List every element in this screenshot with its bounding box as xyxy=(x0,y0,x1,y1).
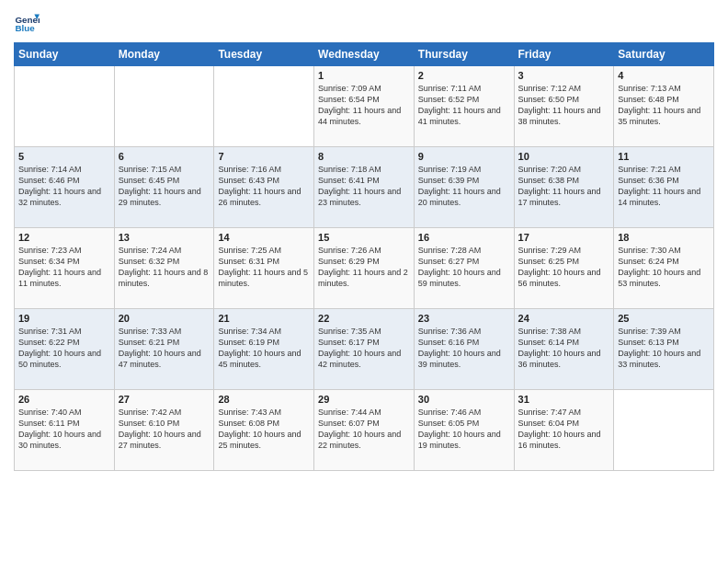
day-number: 23 xyxy=(418,313,510,324)
day-number: 15 xyxy=(318,232,410,243)
day-number: 17 xyxy=(518,232,610,243)
day-info: Sunrise: 7:28 AM Sunset: 6:27 PM Dayligh… xyxy=(418,245,510,290)
day-number: 13 xyxy=(119,232,210,243)
day-info: Sunrise: 7:39 AM Sunset: 6:13 PM Dayligh… xyxy=(618,326,710,371)
day-info: Sunrise: 7:43 AM Sunset: 6:08 PM Dayligh… xyxy=(218,407,310,452)
day-info: Sunrise: 7:12 AM Sunset: 6:50 PM Dayligh… xyxy=(518,83,610,128)
day-info: Sunrise: 7:14 AM Sunset: 6:46 PM Dayligh… xyxy=(18,164,110,209)
day-number: 27 xyxy=(119,394,210,405)
header-cell-friday: Friday xyxy=(514,43,614,66)
calendar-cell: 14Sunrise: 7:25 AM Sunset: 6:31 PM Dayli… xyxy=(214,228,314,309)
day-number: 16 xyxy=(418,232,510,243)
calendar-cell: 23Sunrise: 7:36 AM Sunset: 6:16 PM Dayli… xyxy=(414,309,514,390)
logo: General Blue xyxy=(14,9,43,35)
day-number: 28 xyxy=(218,394,310,405)
day-number: 3 xyxy=(518,70,610,81)
day-info: Sunrise: 7:47 AM Sunset: 6:04 PM Dayligh… xyxy=(518,407,610,452)
calendar-cell: 2Sunrise: 7:11 AM Sunset: 6:52 PM Daylig… xyxy=(414,66,514,147)
day-info: Sunrise: 7:34 AM Sunset: 6:19 PM Dayligh… xyxy=(218,326,310,371)
week-row: 12Sunrise: 7:23 AM Sunset: 6:34 PM Dayli… xyxy=(15,228,714,309)
calendar-cell: 16Sunrise: 7:28 AM Sunset: 6:27 PM Dayli… xyxy=(414,228,514,309)
header-cell-tuesday: Tuesday xyxy=(214,43,314,66)
calendar-cell: 29Sunrise: 7:44 AM Sunset: 6:07 PM Dayli… xyxy=(314,390,415,471)
day-info: Sunrise: 7:09 AM Sunset: 6:54 PM Dayligh… xyxy=(318,83,410,128)
day-info: Sunrise: 7:15 AM Sunset: 6:45 PM Dayligh… xyxy=(119,164,210,209)
day-info: Sunrise: 7:35 AM Sunset: 6:17 PM Dayligh… xyxy=(318,326,410,371)
header-cell-sunday: Sunday xyxy=(15,43,115,66)
day-number: 20 xyxy=(119,313,210,324)
header-cell-monday: Monday xyxy=(114,43,214,66)
day-number: 2 xyxy=(418,70,510,81)
week-row: 26Sunrise: 7:40 AM Sunset: 6:11 PM Dayli… xyxy=(15,390,714,471)
header-cell-saturday: Saturday xyxy=(614,43,714,66)
calendar-cell: 11Sunrise: 7:21 AM Sunset: 6:36 PM Dayli… xyxy=(614,147,714,228)
calendar-cell xyxy=(214,66,314,147)
calendar-cell: 26Sunrise: 7:40 AM Sunset: 6:11 PM Dayli… xyxy=(15,390,115,471)
day-info: Sunrise: 7:42 AM Sunset: 6:10 PM Dayligh… xyxy=(119,407,210,452)
logo-icon: General Blue xyxy=(14,9,40,35)
calendar-cell: 1Sunrise: 7:09 AM Sunset: 6:54 PM Daylig… xyxy=(314,66,415,147)
calendar-cell: 31Sunrise: 7:47 AM Sunset: 6:04 PM Dayli… xyxy=(514,390,614,471)
day-number: 24 xyxy=(518,313,610,324)
day-number: 12 xyxy=(18,232,110,243)
day-info: Sunrise: 7:40 AM Sunset: 6:11 PM Dayligh… xyxy=(18,407,110,452)
day-number: 8 xyxy=(318,151,410,162)
week-row: 1Sunrise: 7:09 AM Sunset: 6:54 PM Daylig… xyxy=(15,66,714,147)
calendar-body: 1Sunrise: 7:09 AM Sunset: 6:54 PM Daylig… xyxy=(15,66,714,471)
day-number: 25 xyxy=(618,313,710,324)
calendar-cell: 3Sunrise: 7:12 AM Sunset: 6:50 PM Daylig… xyxy=(514,66,614,147)
day-number: 26 xyxy=(18,394,110,405)
header-cell-thursday: Thursday xyxy=(414,43,514,66)
calendar-header: SundayMondayTuesdayWednesdayThursdayFrid… xyxy=(15,43,714,66)
day-number: 29 xyxy=(318,394,410,405)
header: General Blue xyxy=(14,9,714,35)
calendar-cell: 27Sunrise: 7:42 AM Sunset: 6:10 PM Dayli… xyxy=(114,390,214,471)
day-number: 9 xyxy=(418,151,510,162)
calendar-cell: 24Sunrise: 7:38 AM Sunset: 6:14 PM Dayli… xyxy=(514,309,614,390)
calendar-cell: 22Sunrise: 7:35 AM Sunset: 6:17 PM Dayli… xyxy=(314,309,415,390)
week-row: 19Sunrise: 7:31 AM Sunset: 6:22 PM Dayli… xyxy=(15,309,714,390)
day-info: Sunrise: 7:24 AM Sunset: 6:32 PM Dayligh… xyxy=(119,245,210,290)
day-number: 19 xyxy=(18,313,110,324)
calendar-table: SundayMondayTuesdayWednesdayThursdayFrid… xyxy=(14,42,714,471)
day-info: Sunrise: 7:38 AM Sunset: 6:14 PM Dayligh… xyxy=(518,326,610,371)
calendar-cell: 8Sunrise: 7:18 AM Sunset: 6:41 PM Daylig… xyxy=(314,147,415,228)
day-info: Sunrise: 7:26 AM Sunset: 6:29 PM Dayligh… xyxy=(318,245,410,290)
calendar-cell: 6Sunrise: 7:15 AM Sunset: 6:45 PM Daylig… xyxy=(114,147,214,228)
calendar-cell: 4Sunrise: 7:13 AM Sunset: 6:48 PM Daylig… xyxy=(614,66,714,147)
calendar-cell: 18Sunrise: 7:30 AM Sunset: 6:24 PM Dayli… xyxy=(614,228,714,309)
day-info: Sunrise: 7:23 AM Sunset: 6:34 PM Dayligh… xyxy=(18,245,110,290)
calendar-cell: 9Sunrise: 7:19 AM Sunset: 6:39 PM Daylig… xyxy=(414,147,514,228)
day-number: 30 xyxy=(418,394,510,405)
calendar-cell xyxy=(614,390,714,471)
calendar-cell xyxy=(15,66,115,147)
day-info: Sunrise: 7:33 AM Sunset: 6:21 PM Dayligh… xyxy=(119,326,210,371)
day-number: 5 xyxy=(18,151,110,162)
day-info: Sunrise: 7:13 AM Sunset: 6:48 PM Dayligh… xyxy=(618,83,710,128)
day-number: 22 xyxy=(318,313,410,324)
day-info: Sunrise: 7:30 AM Sunset: 6:24 PM Dayligh… xyxy=(618,245,710,290)
day-info: Sunrise: 7:31 AM Sunset: 6:22 PM Dayligh… xyxy=(18,326,110,371)
day-info: Sunrise: 7:18 AM Sunset: 6:41 PM Dayligh… xyxy=(318,164,410,209)
day-number: 6 xyxy=(119,151,210,162)
svg-text:Blue: Blue xyxy=(15,23,35,33)
calendar-cell: 20Sunrise: 7:33 AM Sunset: 6:21 PM Dayli… xyxy=(114,309,214,390)
calendar-cell: 17Sunrise: 7:29 AM Sunset: 6:25 PM Dayli… xyxy=(514,228,614,309)
day-number: 7 xyxy=(218,151,310,162)
day-info: Sunrise: 7:19 AM Sunset: 6:39 PM Dayligh… xyxy=(418,164,510,209)
day-info: Sunrise: 7:36 AM Sunset: 6:16 PM Dayligh… xyxy=(418,326,510,371)
day-info: Sunrise: 7:29 AM Sunset: 6:25 PM Dayligh… xyxy=(518,245,610,290)
day-info: Sunrise: 7:11 AM Sunset: 6:52 PM Dayligh… xyxy=(418,83,510,128)
calendar-cell: 13Sunrise: 7:24 AM Sunset: 6:32 PM Dayli… xyxy=(114,228,214,309)
day-number: 31 xyxy=(518,394,610,405)
day-info: Sunrise: 7:46 AM Sunset: 6:05 PM Dayligh… xyxy=(418,407,510,452)
calendar-cell: 30Sunrise: 7:46 AM Sunset: 6:05 PM Dayli… xyxy=(414,390,514,471)
calendar-cell: 15Sunrise: 7:26 AM Sunset: 6:29 PM Dayli… xyxy=(314,228,415,309)
day-number: 1 xyxy=(318,70,410,81)
day-info: Sunrise: 7:25 AM Sunset: 6:31 PM Dayligh… xyxy=(218,245,310,290)
calendar-cell: 28Sunrise: 7:43 AM Sunset: 6:08 PM Dayli… xyxy=(214,390,314,471)
day-number: 18 xyxy=(618,232,710,243)
day-number: 4 xyxy=(618,70,710,81)
day-number: 21 xyxy=(218,313,310,324)
day-info: Sunrise: 7:44 AM Sunset: 6:07 PM Dayligh… xyxy=(318,407,410,452)
